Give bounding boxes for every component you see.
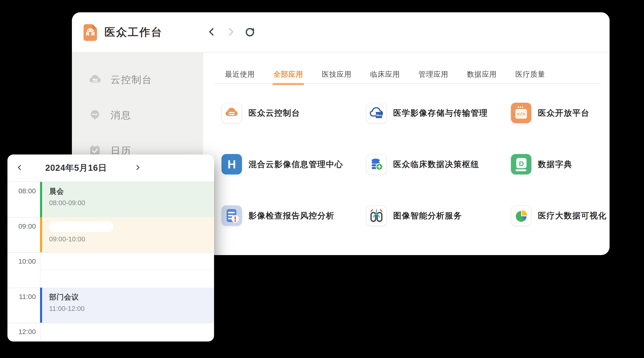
tab-label: 最近使用 — [225, 69, 255, 79]
event-title: 晨会 — [49, 186, 214, 196]
svg-text:</>: </> — [517, 112, 525, 117]
calendar-event-orange[interactable]: 09:00-10:00 — [40, 217, 214, 253]
chevron-right-icon — [226, 27, 236, 38]
cloud-console-icon — [222, 103, 242, 123]
tab-1-active[interactable]: 全部应用 — [273, 66, 303, 82]
event-time-range: 08:00-09:00 — [49, 199, 214, 207]
forward-button[interactable] — [226, 27, 236, 38]
window-header: 医众工作台 — [72, 12, 610, 52]
refresh-button[interactable] — [244, 27, 255, 38]
mos-cloud-icon: Mos — [366, 103, 387, 123]
hour-gridline — [8, 252, 214, 253]
app-name: 医疗大数据可视化 — [538, 210, 607, 221]
chevron-right-icon — [134, 164, 141, 172]
event-time-range: 11:00-12:00 — [49, 305, 214, 313]
calendar-event-blue[interactable]: 部门会议11:00-12:00 — [40, 288, 214, 323]
app-name: 混合云影像信息管理中心 — [248, 159, 343, 170]
hour-gridline — [8, 323, 214, 323]
svg-text:D: D — [519, 160, 524, 168]
pie-chart-icon — [511, 205, 532, 226]
app-item-3[interactable]: H 混合云影像信息管理中心 — [222, 154, 343, 175]
browser-nav — [206, 12, 255, 52]
sidebar-item-label: 云控制台 — [110, 73, 152, 86]
tab-label: 管理应用 — [418, 69, 448, 79]
tab-label: 全部应用 — [273, 69, 303, 79]
back-button[interactable] — [206, 27, 217, 38]
time-label: 10:00 — [8, 257, 36, 265]
half-hour-gridline — [40, 270, 214, 270]
sidebar-item-1[interactable]: 消息 — [88, 105, 132, 125]
calendar-header: 2024年5月16日 — [8, 155, 214, 182]
time-label: 11:00 — [8, 293, 36, 301]
open-platform-icon: </> — [511, 103, 532, 123]
tab-3[interactable]: 临床应用 — [370, 66, 400, 82]
database-plus-icon — [366, 154, 387, 175]
event-time-range: 09:00-10:00 — [49, 235, 214, 243]
tab-0[interactable]: 最近使用 — [225, 66, 255, 82]
h-letter-icon: H — [222, 154, 242, 175]
svg-text:H: H — [228, 158, 236, 171]
lungs-icon — [366, 205, 387, 226]
screen: 医众工作台 — [0, 0, 644, 358]
chevron-left-icon — [16, 164, 23, 172]
calendar-day-grid: 08:0009:0010:0011:0012:00晨会08:00-09:0009… — [8, 182, 214, 342]
tab-label: 医技应用 — [322, 69, 352, 79]
time-label: 12:00 — [8, 328, 36, 336]
calendar-date: 2024年5月16日 — [35, 155, 117, 181]
tab-2[interactable]: 医技应用 — [322, 66, 352, 82]
tab-label: 临床应用 — [370, 69, 400, 79]
svg-text:Mos: Mos — [376, 114, 382, 117]
app-logo-icon — [83, 24, 98, 41]
app-item-2[interactable]: </> 医众开放平台 — [511, 103, 590, 123]
app-item-5[interactable]: D 数据字典 — [511, 154, 572, 175]
tabs-divider — [214, 83, 601, 84]
sidebar-item-label: 消息 — [110, 109, 132, 122]
app-name: 影像检查报告风控分析 — [248, 210, 334, 221]
app-name: 数据字典 — [538, 159, 572, 170]
time-label: 08:00 — [8, 187, 36, 195]
app-item-0[interactable]: 医众云控制台 — [222, 103, 300, 123]
app-name: 医众开放平台 — [538, 108, 590, 119]
cloud-console-gray-icon — [88, 73, 102, 87]
message-bubble-icon — [88, 108, 102, 122]
time-label: 09:00 — [8, 222, 36, 230]
app-item-8[interactable]: 医疗大数据可视化 — [511, 205, 607, 226]
app-name: 医众云控制台 — [248, 108, 300, 119]
window-title: 医众工作台 — [104, 12, 163, 52]
calendar-next-day-button[interactable] — [132, 155, 143, 181]
event-title: 部门会议 — [49, 292, 214, 302]
app-name: 图像智能分析服务 — [393, 210, 462, 221]
sidebar-item-0[interactable]: 云控制台 — [88, 70, 152, 89]
tab-label: 数据应用 — [467, 69, 497, 79]
app-item-7[interactable]: 图像智能分析服务 — [366, 205, 462, 226]
chevron-left-icon — [207, 27, 216, 38]
tab-6[interactable]: 医疗质量 — [515, 66, 545, 82]
calendar-event-green[interactable]: 晨会08:00-09:00 — [40, 182, 214, 217]
app-item-4[interactable]: 医众临床数据决策枢纽 — [366, 154, 479, 175]
app-name: 医学影像存储与传输管理 — [393, 108, 488, 119]
data-dictionary-icon: D — [511, 154, 532, 175]
refresh-icon — [245, 27, 255, 38]
redacted-event-title — [49, 221, 113, 232]
tab-4[interactable]: 管理应用 — [418, 66, 448, 82]
calendar-prev-day-button[interactable] — [14, 155, 25, 181]
app-category-tabs: 最近使用 全部应用 医技应用 临床应用 管理应用 数据应用 医疗质量 — [225, 66, 545, 82]
app-name: 医众临床数据决策枢纽 — [393, 159, 479, 170]
app-item-6[interactable]: 影像检查报告风控分析 — [222, 205, 334, 226]
app-item-1[interactable]: Mos 医学影像存储与传输管理 — [366, 103, 488, 123]
tab-label: 医疗质量 — [515, 69, 545, 79]
calendar-card: 2024年5月16日 08:0009:0010:0011:0012:00晨会08… — [8, 155, 214, 342]
tab-5[interactable]: 数据应用 — [467, 66, 497, 82]
report-alert-icon — [222, 205, 242, 226]
